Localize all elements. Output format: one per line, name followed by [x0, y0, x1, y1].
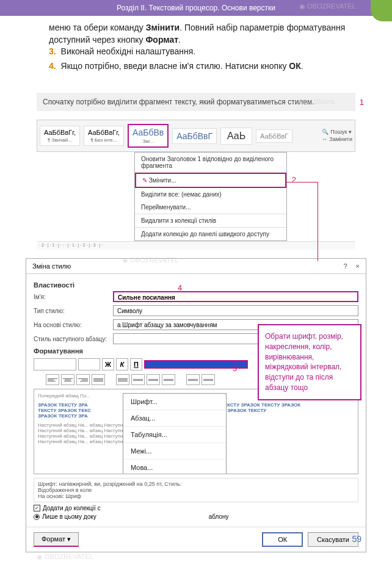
format-button[interactable]: Формат ▾ — [34, 532, 79, 547]
search-button[interactable]: 🔍 Пошук ▾ — [322, 129, 352, 135]
italic-button[interactable]: К — [116, 358, 128, 370]
name-input[interactable]: Сильне посилання — [113, 291, 358, 302]
marker-3: 3 — [233, 364, 237, 373]
style-description: Шрифт: напівжирний, ви, розріджений на 0… — [34, 478, 358, 502]
type-label: Тип стилю: — [34, 308, 113, 314]
connector-line — [286, 182, 318, 182]
dialog-titlebar: Зміна стилю ? × — [26, 259, 366, 274]
style-5[interactable]: АаЬ — [220, 128, 252, 145]
ctx-update[interactable]: Оновити Заголовок 1 відповідно до виділе… — [135, 153, 286, 173]
search-icon: 🔍 — [322, 129, 328, 135]
chapter-header: Розділ II. Текстовий процесор. Основи ве… — [0, 0, 392, 16]
line-spacing-2[interactable] — [131, 374, 145, 385]
list-item-3: 3. Виконай необхідні налаштування. — [49, 46, 368, 58]
ctx-add-qat[interactable]: Додати колекцію до панелі швидкого досту… — [135, 228, 286, 240]
indent-increase[interactable] — [201, 374, 215, 385]
chapter-title: Розділ II. Текстовий процесор. Основи ве… — [117, 4, 275, 12]
fmt-paragraph[interactable]: Абзац... — [123, 410, 226, 427]
fmt-language[interactable]: Мова... — [123, 460, 226, 474]
align-right[interactable] — [76, 374, 90, 385]
ruler: · 2 · | · 1 · | · · · | · 1 · | · 2 · | … — [37, 241, 355, 250]
marker-4: 4 — [178, 283, 182, 292]
next-label: Стиль наступного абзацу: — [34, 336, 113, 342]
modify-style-dialog: Зміна стилю ? × Властивості 4 Ім'я: Силь… — [26, 258, 366, 552]
align-center[interactable] — [61, 374, 74, 385]
bold-button[interactable]: Ж — [102, 358, 114, 370]
fmt-font[interactable]: Шрифт... — [123, 394, 226, 410]
modify-icon: ✎ — [142, 177, 147, 184]
space-before[interactable] — [147, 374, 160, 385]
properties-section: Властивості — [34, 281, 358, 289]
style-normal[interactable]: АаБбВвГг, ¶ Звичай... — [40, 126, 80, 146]
dialog-body: Властивості 4 Ім'я: Сильне посилання Тип… — [26, 274, 366, 527]
replace-button[interactable]: ↔ Замінити — [322, 136, 352, 142]
checkbox-icon: ✓ — [34, 505, 40, 511]
style-4[interactable]: АаБбВвГ — [172, 128, 217, 144]
ctx-select-all[interactable]: Виділити все: (немає даних) — [135, 188, 286, 201]
dialog-title-text: Зміна стилю — [32, 262, 71, 270]
ok-button[interactable]: ОК — [262, 532, 303, 547]
marker-1: 1 — [360, 98, 364, 107]
style-heading1[interactable]: АаБбВв Заг... — [128, 124, 169, 148]
align-justify[interactable] — [92, 374, 105, 385]
paragraph-continuation: меню та обери команду Змінити. Повний на… — [49, 22, 368, 46]
doc-only-radio[interactable]: Лише в цьому доку аблону — [34, 513, 358, 520]
line-spacing-1[interactable] — [116, 374, 129, 385]
callout-format-options: Обрати шрифт, розмір, накреслення, колір… — [258, 324, 361, 400]
indent-decrease[interactable] — [186, 374, 200, 385]
style-context-menu: Оновити Заголовок 1 відповідно до виділе… — [134, 152, 287, 241]
type-select[interactable]: Символу — [113, 305, 358, 316]
add-to-gallery[interactable]: ✓ Додати до колекції с — [34, 505, 358, 511]
editing-tools: 🔍 Пошук ▾ ↔ Замінити — [322, 129, 352, 143]
dialog-close-button[interactable]: × — [356, 262, 360, 270]
dialog-help-button[interactable]: ? — [343, 262, 347, 270]
dropdown-icon: ▾ — [65, 535, 71, 543]
connector-line — [318, 182, 318, 261]
dialog-footer: Формат ▾ ОК Скасувати — [26, 527, 366, 552]
based-label: На основі стилю: — [34, 322, 113, 328]
marker-2: 2 — [292, 175, 296, 184]
instruction-hint: Спочатку потрібно виділити фрагмент текс… — [37, 93, 355, 111]
preview-area: Попередній абзац По... ЗРАЗОК ТЕКСТУ ЗРА… — [34, 389, 358, 474]
radio-icon — [34, 514, 40, 520]
underline-button[interactable]: П — [130, 358, 142, 370]
style-6[interactable]: АаБбВвГ — [256, 129, 292, 143]
cancel-button[interactable]: Скасувати — [308, 532, 358, 547]
list-item-4: 4. Якщо потрібно, введи власне ім'я стил… — [49, 60, 368, 73]
size-select[interactable] — [78, 358, 100, 370]
font-select[interactable] — [34, 358, 76, 370]
format-dropdown-menu: Шрифт... Абзац... Табуляція... Межі... М… — [123, 393, 227, 474]
fmt-borders[interactable]: Межі... — [123, 443, 226, 460]
name-label: Ім'я: — [34, 294, 113, 300]
style-no-spacing[interactable]: АаБбВвГг, ¶ Без інте... — [84, 126, 124, 146]
replace-icon: ↔ — [322, 136, 327, 142]
align-left[interactable] — [46, 374, 59, 385]
watermark: ◉ OBOZREVATEL — [37, 553, 93, 561]
styles-ribbon: АаБбВвГг, ¶ Звичай... АаБбВвГг, ¶ Без ін… — [37, 120, 355, 152]
main-content: меню та обери команду Змінити. Повний на… — [0, 16, 392, 81]
space-after[interactable] — [162, 374, 175, 385]
ctx-modify[interactable]: ✎ Змінити... 2 — [135, 173, 286, 188]
ctx-rename[interactable]: Перейменувати... — [135, 201, 286, 214]
ctx-remove[interactable]: Видалити з колекції стилів — [135, 214, 286, 228]
fmt-tabs[interactable]: Табуляція... — [123, 427, 226, 443]
page-number: 59 — [352, 534, 361, 544]
